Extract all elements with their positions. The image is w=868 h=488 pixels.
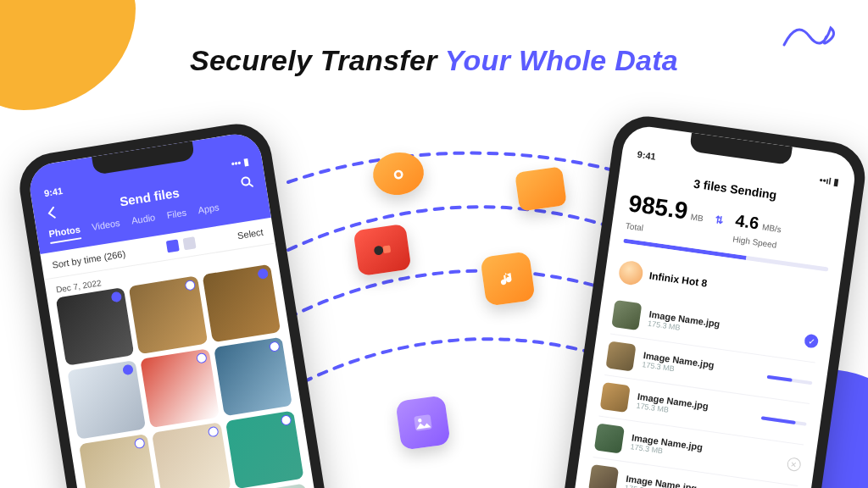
- file-size: 175.3 MB: [624, 484, 773, 488]
- photo-thumb[interactable]: [214, 337, 292, 416]
- select-indicator-icon[interactable]: [257, 268, 269, 280]
- svg-point-2: [374, 245, 384, 255]
- search-icon[interactable]: [239, 174, 254, 189]
- photo-thumb[interactable]: [56, 287, 135, 366]
- file-size: 175.3 MB: [636, 402, 753, 426]
- view-list-icon[interactable]: [183, 236, 197, 250]
- status-time: 9:41: [43, 186, 64, 199]
- back-icon[interactable]: [45, 204, 60, 219]
- cancel-icon[interactable]: ✕: [787, 457, 802, 472]
- tab-audio[interactable]: Audio: [131, 212, 157, 230]
- select-indicator-icon[interactable]: [123, 364, 135, 376]
- tab-files[interactable]: Files: [166, 207, 188, 225]
- photo-thumb[interactable]: [129, 275, 208, 354]
- tab-videos[interactable]: Videos: [91, 218, 121, 237]
- photo-thumb[interactable]: [152, 422, 231, 488]
- music-icon: [480, 251, 536, 307]
- device-name: Infinix Hot 8: [648, 269, 708, 289]
- phone-receiver: 9:41 ••ıl ▮ 3 files Sending 985.9 MBTota…: [544, 112, 868, 488]
- select-indicator-icon[interactable]: [207, 425, 219, 437]
- photo-thumb[interactable]: [225, 410, 304, 488]
- phone-sender: 9:41 ••• ▮ Send files PhotosVideosAudioF…: [14, 119, 348, 488]
- select-toggle[interactable]: Select: [236, 227, 264, 241]
- tab-apps[interactable]: Apps: [198, 202, 221, 220]
- file-name: Image Name.jpg175.3 MB: [642, 350, 760, 385]
- select-indicator-icon[interactable]: [196, 352, 208, 364]
- file-name: Image Name.jpg175.3 MB: [636, 391, 754, 426]
- avatar: [617, 259, 644, 286]
- total-value: 985.9: [627, 190, 690, 224]
- folder-icon: [515, 166, 567, 211]
- select-indicator-icon[interactable]: [269, 341, 281, 353]
- photo-thumb[interactable]: [79, 434, 158, 488]
- tab-photos[interactable]: Photos: [48, 224, 82, 244]
- speed-value: 4.6: [734, 211, 760, 233]
- file-thumb: [588, 464, 619, 488]
- file-size: 175.3 MB: [642, 360, 759, 385]
- sort-label[interactable]: Sort by time (266): [52, 248, 126, 270]
- photo-thumb[interactable]: [202, 264, 281, 343]
- photo-thumb[interactable]: [141, 349, 220, 428]
- photo-thumb[interactable]: [67, 360, 146, 439]
- status-time: 9:41: [637, 149, 657, 163]
- select-indicator-icon[interactable]: [134, 437, 146, 449]
- select-indicator-icon[interactable]: [184, 280, 196, 291]
- select-indicator-icon[interactable]: [111, 291, 123, 303]
- status-signal-icon: ••ıl ▮: [819, 175, 839, 188]
- status-signal-icon: ••• ▮: [231, 156, 249, 169]
- file-thumb: [600, 382, 631, 413]
- item-progress-bar: [761, 416, 807, 425]
- svg-rect-4: [414, 414, 432, 431]
- file-thumb: [605, 341, 636, 371]
- svg-point-6: [242, 176, 250, 185]
- svg-rect-3: [382, 245, 391, 253]
- video-icon: [353, 224, 412, 276]
- image-icon: [395, 395, 451, 451]
- camera-icon: [370, 149, 426, 198]
- select-indicator-icon[interactable]: [281, 414, 292, 426]
- transfer-icon: ⇅: [715, 214, 725, 226]
- file-thumb: [611, 300, 642, 330]
- file-thumb: [594, 423, 625, 453]
- view-grid-icon[interactable]: [166, 239, 180, 252]
- check-icon: ✓: [804, 334, 819, 349]
- item-progress-bar: [767, 375, 813, 385]
